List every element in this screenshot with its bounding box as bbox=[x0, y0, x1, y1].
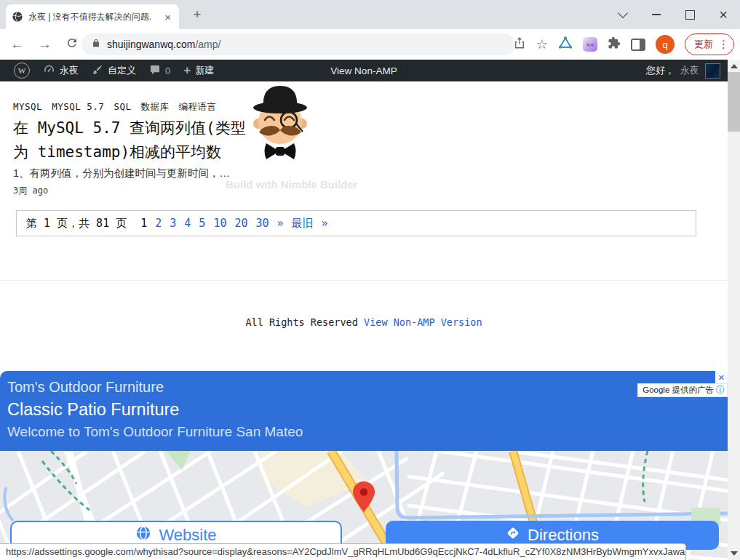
account-menu[interactable]: 您好， 永夜 bbox=[646, 63, 720, 79]
tag-link[interactable]: MYSQL 5.7 bbox=[52, 101, 104, 112]
footer-non-amp-link[interactable]: View Non-AMP Version bbox=[364, 316, 482, 328]
ad-description[interactable]: Welcome to Tom's Outdoor Furniture San M… bbox=[7, 424, 728, 440]
post-time: 3周 ago bbox=[13, 185, 48, 197]
comments-menu[interactable]: 0 bbox=[143, 60, 177, 81]
back-icon[interactable]: ← bbox=[10, 36, 24, 52]
site-favicon-icon bbox=[12, 11, 23, 23]
paintbrush-icon bbox=[92, 64, 103, 78]
pagination: 第 1 页，共 81 页 1 2345102030»最旧» bbox=[16, 210, 696, 236]
status-bar: https://adssettings.google.com/whythisad… bbox=[0, 543, 686, 560]
tab-close-icon[interactable]: × bbox=[162, 11, 173, 23]
website-button-label: Website bbox=[159, 526, 216, 545]
pagination-link[interactable]: 2 bbox=[155, 217, 162, 231]
profile-avatar[interactable]: q bbox=[656, 35, 675, 54]
ad-headline[interactable]: Classic Patio Furniture bbox=[7, 400, 728, 420]
wp-admin-bar: W 永夜 自定义 0 + 新建 View Non-AMP 您好， 永夜 bbox=[0, 60, 728, 81]
section-divider bbox=[0, 280, 728, 281]
globe-icon bbox=[135, 525, 151, 545]
share-icon[interactable] bbox=[513, 36, 526, 52]
comment-bubble-icon bbox=[149, 64, 161, 78]
scroll-up-icon[interactable] bbox=[731, 64, 738, 68]
side-panel-icon[interactable] bbox=[631, 39, 645, 51]
new-tab-button[interactable]: + bbox=[188, 5, 207, 24]
tab-title: 永夜 | 没有不值得去解决的问题. bbox=[28, 11, 157, 23]
extension-purple-icon[interactable]: >.< bbox=[583, 37, 597, 52]
new-label[interactable]: 新建 bbox=[195, 64, 214, 77]
mascot-illustration bbox=[244, 81, 317, 163]
post-excerpt: 1、有两列值，分别为创建时间与更新时间，… bbox=[13, 167, 230, 180]
maximize-button[interactable] bbox=[673, 0, 707, 29]
pagination-link[interactable]: 3 bbox=[170, 217, 176, 231]
site-footer: All Rights Reserved View Non-AMP Version bbox=[0, 316, 728, 328]
rights-label: All Rights Reserved bbox=[245, 316, 364, 328]
view-non-amp-link[interactable]: View Non-AMP bbox=[330, 65, 397, 76]
window-close-button[interactable]: × bbox=[707, 0, 740, 29]
customize-label[interactable]: 自定义 bbox=[108, 64, 136, 77]
directions-diamond-icon bbox=[506, 526, 520, 545]
pagination-link[interactable]: 10 bbox=[213, 217, 226, 231]
wordpress-logo-icon[interactable]: W bbox=[14, 63, 30, 79]
page-scrollbar[interactable] bbox=[728, 60, 740, 560]
nimble-builder-watermark: Build with Nimble Builder bbox=[226, 178, 358, 191]
scroll-down-icon[interactable] bbox=[731, 551, 738, 556]
site-name-menu[interactable]: 永夜 bbox=[36, 60, 85, 81]
minimize-button[interactable] bbox=[640, 0, 673, 29]
pagination-link[interactable]: 4 bbox=[184, 217, 191, 231]
wp-logo-menu[interactable]: W bbox=[7, 60, 36, 81]
chrome-update-button[interactable]: 更新 ⋮ bbox=[685, 33, 734, 55]
pagination-link[interactable]: 5 bbox=[199, 217, 205, 231]
browser-titlebar: 永夜 | 没有不值得去解决的问题. × + × bbox=[0, 0, 740, 29]
ad-info-icon[interactable]: ⓘ bbox=[716, 384, 725, 396]
url-path: /amp/ bbox=[195, 39, 220, 50]
extensions-puzzle-icon[interactable] bbox=[608, 36, 621, 52]
tag-link[interactable]: 编程语言 bbox=[178, 101, 216, 112]
refresh-icon[interactable] bbox=[65, 36, 79, 52]
pagination-link[interactable]: 最旧 bbox=[292, 217, 314, 231]
ad-close-icon[interactable]: × bbox=[715, 371, 728, 383]
plus-icon: + bbox=[183, 63, 191, 78]
scrollbar-thumb[interactable] bbox=[728, 72, 740, 132]
user-avatar[interactable] bbox=[705, 63, 720, 79]
extension-atom-icon[interactable] bbox=[558, 36, 573, 53]
forward-icon[interactable]: → bbox=[38, 36, 52, 52]
google-ad-banner[interactable]: Tom's Outdoor Furniture Classic Patio Fu… bbox=[0, 371, 728, 451]
tag-link[interactable]: 数据库 bbox=[140, 101, 169, 112]
ad-badge-label[interactable]: Google 提供的广告 bbox=[642, 385, 714, 396]
pagination-link[interactable]: » bbox=[322, 217, 328, 231]
greeting-label: 您好， bbox=[646, 64, 675, 77]
tag-link[interactable]: MYSQL bbox=[13, 101, 42, 112]
dashboard-gauge-icon bbox=[43, 63, 55, 78]
post-title-link[interactable]: 在 MySQL 5.7 查询两列值(类型为 timestamp)相减的平均数 bbox=[13, 116, 253, 164]
new-content-menu[interactable]: + 新建 bbox=[177, 60, 220, 81]
pagination-link[interactable]: » bbox=[277, 217, 284, 231]
browser-tab[interactable]: 永夜 | 没有不值得去解决的问题. × bbox=[6, 4, 179, 29]
ad-advertiser[interactable]: Tom's Outdoor Furniture bbox=[7, 379, 728, 396]
username-label[interactable]: 永夜 bbox=[680, 64, 699, 77]
ad-attribution-badge[interactable]: Google 提供的广告 ⓘ bbox=[637, 383, 728, 397]
address-bar[interactable]: shuijingwanwq.com /amp/ bbox=[81, 33, 515, 55]
pagination-summary: 第 1 页，共 81 页 bbox=[26, 217, 127, 231]
comments-count[interactable]: 0 bbox=[165, 65, 170, 76]
bookmark-star-icon[interactable]: ☆ bbox=[536, 36, 548, 52]
pagination-links: 2345102030»最旧» bbox=[155, 217, 327, 231]
directions-button-label: Directions bbox=[528, 526, 599, 545]
update-label[interactable]: 更新 bbox=[694, 38, 713, 51]
url-host: shuijingwanwq.com bbox=[107, 39, 195, 50]
tag-link[interactable]: SQL bbox=[114, 101, 131, 112]
article-tags: MYSQLMYSQL 5.7SQL数据库编程语言 bbox=[13, 101, 226, 113]
customize-menu[interactable]: 自定义 bbox=[85, 60, 143, 81]
tab-search-chevron-icon[interactable] bbox=[606, 0, 640, 29]
lock-icon[interactable] bbox=[92, 38, 100, 52]
browser-menu-icon[interactable]: ⋮ bbox=[718, 38, 729, 51]
pagination-link[interactable]: 30 bbox=[256, 217, 269, 231]
pagination-current-page: 1 bbox=[140, 217, 147, 230]
site-name-label[interactable]: 永夜 bbox=[60, 64, 79, 77]
pagination-link[interactable]: 20 bbox=[234, 217, 247, 231]
